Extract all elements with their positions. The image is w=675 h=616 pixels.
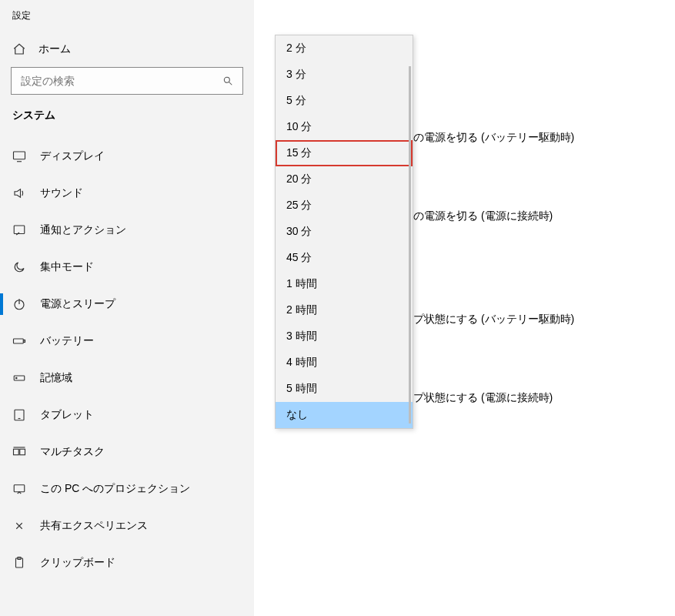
notification-icon: [12, 223, 26, 237]
svg-rect-2: [14, 152, 25, 159]
nav-label: バッテリー: [40, 334, 94, 348]
nav-label: タブレット: [40, 408, 94, 422]
category-label: システム: [0, 109, 254, 133]
dropdown-option[interactable]: 3 分: [276, 62, 413, 88]
search-box[interactable]: [11, 67, 243, 95]
time-dropdown[interactable]: 2 分3 分5 分10 分15 分20 分25 分30 分45 分1 時間2 時…: [275, 35, 413, 429]
nav-label: クリップボード: [40, 556, 115, 570]
dropdown-option[interactable]: 5 分: [276, 88, 413, 114]
svg-rect-13: [14, 449, 19, 455]
nav-label: 通知とアクション: [40, 223, 126, 237]
nav-label: 電源とスリープ: [40, 297, 115, 311]
sidebar: 設定 ホーム システム ディスプレイ サウンド: [0, 0, 254, 616]
home-icon: [12, 42, 26, 56]
nav-list: ディスプレイ サウンド 通知とアクション 集中モード 電源とスリープ: [0, 133, 254, 581]
monitor-icon: [12, 149, 26, 163]
dropdown-option[interactable]: 45 分: [276, 245, 413, 271]
home-label: ホーム: [38, 42, 71, 56]
scrollbar[interactable]: [409, 66, 411, 424]
nav-item-projection[interactable]: この PC へのプロジェクション: [0, 470, 254, 507]
moon-icon: [12, 260, 26, 274]
nav-item-sound[interactable]: サウンド: [0, 175, 254, 212]
dropdown-option[interactable]: 1 時間: [276, 271, 413, 297]
dropdown-option[interactable]: 3 時間: [276, 323, 413, 350]
nav-item-focus[interactable]: 集中モード: [0, 249, 254, 286]
setting-label: の電源を切る (バッテリー駆動時): [413, 114, 675, 162]
nav-label: この PC へのプロジェクション: [40, 482, 190, 496]
projection-icon: [12, 482, 26, 496]
nav-label: 記憶域: [40, 371, 72, 385]
nav-item-shared[interactable]: 共有エクスペリエンス: [0, 507, 254, 544]
speaker-icon: [12, 186, 26, 200]
dropdown-option[interactable]: 5 時間: [276, 376, 413, 402]
svg-rect-7: [14, 339, 24, 343]
svg-rect-4: [14, 226, 25, 234]
nav-item-tablet[interactable]: タブレット: [0, 397, 254, 434]
dropdown-list: 2 分3 分5 分10 分15 分20 分25 分30 分45 分1 時間2 時…: [276, 35, 413, 428]
nav-label: マルチタスク: [40, 445, 105, 459]
search-icon: [222, 75, 233, 86]
dropdown-option[interactable]: 4 時間: [276, 350, 413, 376]
nav-label: ディスプレイ: [40, 149, 105, 163]
dropdown-option[interactable]: なし: [276, 402, 413, 428]
storage-icon: [12, 371, 26, 385]
dropdown-option[interactable]: 15 分: [276, 140, 413, 166]
svg-rect-14: [20, 449, 25, 455]
nav-item-battery[interactable]: バッテリー: [0, 323, 254, 360]
nav-item-clipboard[interactable]: クリップボード: [0, 544, 254, 581]
dropdown-option[interactable]: 20 分: [276, 166, 413, 192]
setting-label: プ状態にする (電源に接続時): [413, 374, 675, 422]
nav-item-notifications[interactable]: 通知とアクション: [0, 212, 254, 249]
battery-icon: [12, 334, 26, 348]
svg-point-0: [224, 77, 229, 82]
app-title: 設定: [0, 9, 254, 36]
nav-label: 共有エクスペリエンス: [40, 519, 148, 533]
dropdown-option[interactable]: 10 分: [276, 114, 413, 140]
dropdown-option[interactable]: 2 分: [276, 35, 413, 62]
clipboard-icon: [12, 556, 26, 570]
tablet-icon: [12, 408, 26, 422]
nav-label: 集中モード: [40, 260, 94, 274]
power-icon: [12, 297, 26, 311]
dropdown-option[interactable]: 30 分: [276, 219, 413, 245]
svg-rect-16: [14, 485, 25, 492]
share-icon: [12, 519, 26, 533]
setting-label: プ状態にする (バッテリー駆動時): [413, 296, 675, 343]
nav-item-multitask[interactable]: マルチタスク: [0, 434, 254, 470]
nav-item-display[interactable]: ディスプレイ: [0, 138, 254, 175]
nav-item-storage[interactable]: 記憶域: [0, 360, 254, 397]
svg-point-10: [16, 377, 18, 379]
search-input[interactable]: [21, 75, 222, 87]
nav-item-power[interactable]: 電源とスリープ: [0, 286, 254, 323]
svg-line-1: [229, 82, 232, 85]
multitask-icon: [12, 445, 26, 459]
home-link[interactable]: ホーム: [0, 36, 254, 67]
nav-label: サウンド: [40, 186, 83, 200]
svg-rect-8: [24, 340, 25, 343]
dropdown-option[interactable]: 25 分: [276, 192, 413, 219]
setting-label: の電源を切る (電源に接続時): [413, 192, 675, 240]
dropdown-option[interactable]: 2 時間: [276, 297, 413, 323]
